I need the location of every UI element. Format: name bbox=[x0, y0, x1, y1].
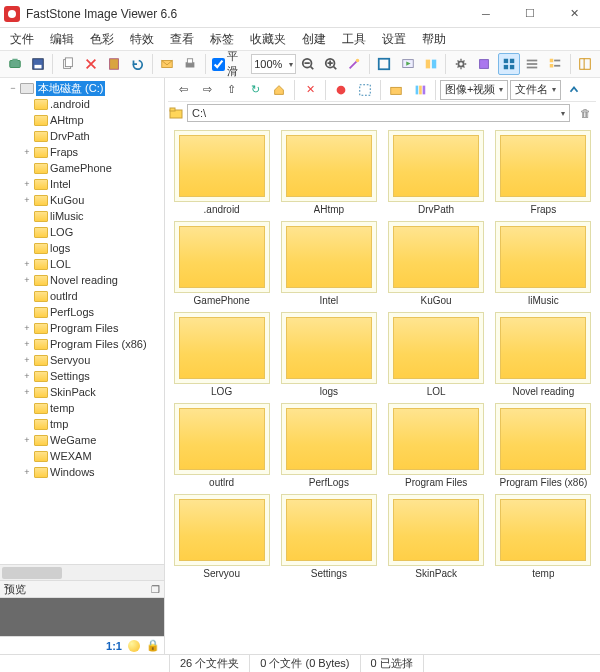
home-icon[interactable] bbox=[268, 79, 290, 101]
cut-icon[interactable] bbox=[80, 53, 101, 75]
tree-item[interactable]: +Program Files bbox=[2, 320, 162, 336]
wand-icon[interactable] bbox=[344, 53, 365, 75]
thumb-card[interactable]: Servyou bbox=[171, 494, 272, 579]
tree-item[interactable]: DrvPath bbox=[2, 128, 162, 144]
zoom-in-icon[interactable] bbox=[321, 53, 342, 75]
smooth-check[interactable] bbox=[212, 58, 225, 71]
thumb-card[interactable]: AHtmp bbox=[278, 130, 379, 215]
menu-8[interactable]: 工具 bbox=[336, 29, 372, 50]
zoom-out-icon[interactable] bbox=[298, 53, 319, 75]
tree-item[interactable]: LOG bbox=[2, 224, 162, 240]
tree-item[interactable]: +Servyou bbox=[2, 352, 162, 368]
menu-10[interactable]: 帮助 bbox=[416, 29, 452, 50]
refresh-icon[interactable]: ↻ bbox=[244, 79, 266, 101]
tree-item[interactable]: +Novel reading bbox=[2, 272, 162, 288]
smooth-checkbox[interactable]: 平滑 bbox=[210, 49, 250, 79]
thumb-card[interactable]: liMusic bbox=[493, 221, 594, 306]
thumb-card[interactable]: SkinPack bbox=[386, 494, 487, 579]
tree-item[interactable]: +KuGou bbox=[2, 192, 162, 208]
thumb-card[interactable]: KuGou bbox=[386, 221, 487, 306]
tree-item[interactable]: outlrd bbox=[2, 288, 162, 304]
menu-5[interactable]: 标签 bbox=[204, 29, 240, 50]
view-thumb-icon[interactable] bbox=[498, 53, 519, 75]
view-filter-select[interactable]: 图像+视频 ▾ bbox=[440, 80, 508, 100]
trash-icon[interactable]: 🗑 bbox=[574, 102, 596, 124]
menu-3[interactable]: 特效 bbox=[124, 29, 160, 50]
slideshow-icon[interactable] bbox=[397, 53, 418, 75]
layout-icon[interactable] bbox=[575, 53, 596, 75]
settings-icon[interactable] bbox=[450, 53, 471, 75]
nav-fwd-icon[interactable]: ⇨ bbox=[196, 79, 218, 101]
tree-item[interactable]: +Program Files (x86) bbox=[2, 336, 162, 352]
tree-item[interactable]: WEXAM bbox=[2, 448, 162, 464]
tree-item[interactable]: AHtmp bbox=[2, 112, 162, 128]
lock-icon[interactable]: 🔒 bbox=[146, 639, 160, 652]
tree-item[interactable]: PerfLogs bbox=[2, 304, 162, 320]
tag-red-icon[interactable] bbox=[330, 79, 352, 101]
tree-item[interactable]: +SkinPack bbox=[2, 384, 162, 400]
zoom-select[interactable]: 100% ▾ bbox=[251, 54, 295, 74]
print-icon[interactable] bbox=[180, 53, 201, 75]
tree-item[interactable]: liMusic bbox=[2, 208, 162, 224]
thumb-card[interactable]: temp bbox=[493, 494, 594, 579]
menu-0[interactable]: 文件 bbox=[4, 29, 40, 50]
address-field[interactable]: C:\ ▾ bbox=[187, 104, 570, 122]
tree-root[interactable]: − 本地磁盘 (C:) bbox=[2, 80, 162, 96]
compare-icon[interactable] bbox=[420, 53, 441, 75]
thumb-card[interactable]: LOL bbox=[386, 312, 487, 397]
thumb-card[interactable]: outlrd bbox=[171, 403, 272, 488]
acquire-icon[interactable] bbox=[4, 53, 25, 75]
sort-asc-icon[interactable] bbox=[563, 79, 585, 101]
skin-icon[interactable] bbox=[473, 53, 494, 75]
menu-4[interactable]: 查看 bbox=[164, 29, 200, 50]
close-button[interactable]: ✕ bbox=[552, 0, 596, 28]
fav-icon[interactable]: ✕ bbox=[299, 79, 321, 101]
folder-tree[interactable]: − 本地磁盘 (C:) .androidAHtmpDrvPath+FrapsGa… bbox=[0, 78, 164, 564]
menu-9[interactable]: 设置 bbox=[376, 29, 412, 50]
thumb-card[interactable]: Intel bbox=[278, 221, 379, 306]
copy-icon[interactable] bbox=[57, 53, 78, 75]
menu-7[interactable]: 创建 bbox=[296, 29, 332, 50]
tree-item[interactable]: GamePhone bbox=[2, 160, 162, 176]
menu-6[interactable]: 收藏夹 bbox=[244, 29, 292, 50]
thumb-card[interactable]: Program Files (x86) bbox=[493, 403, 594, 488]
paste-icon[interactable] bbox=[103, 53, 124, 75]
thumb-card[interactable]: logs bbox=[278, 312, 379, 397]
tree-item[interactable]: +WeGame bbox=[2, 432, 162, 448]
thumb-card[interactable]: Novel reading bbox=[493, 312, 594, 397]
menu-1[interactable]: 编辑 bbox=[44, 29, 80, 50]
zoom-ratio[interactable]: 1:1 bbox=[106, 640, 122, 652]
tree-h-scrollbar[interactable] bbox=[0, 564, 164, 580]
nav-back-icon[interactable]: ⇦ bbox=[172, 79, 194, 101]
tree-item[interactable]: +Settings bbox=[2, 368, 162, 384]
tree-item[interactable]: logs bbox=[2, 240, 162, 256]
fullscreen-icon[interactable] bbox=[374, 53, 395, 75]
color-picker-icon[interactable] bbox=[128, 640, 140, 652]
maximize-button[interactable]: ☐ bbox=[508, 0, 552, 28]
thumb-card[interactable]: GamePhone bbox=[171, 221, 272, 306]
tree-item[interactable]: +Intel bbox=[2, 176, 162, 192]
filter-icon[interactable] bbox=[409, 79, 431, 101]
email-icon[interactable] bbox=[157, 53, 178, 75]
select-all-icon[interactable] bbox=[354, 79, 376, 101]
tree-item[interactable]: +Fraps bbox=[2, 144, 162, 160]
thumb-card[interactable]: Settings bbox=[278, 494, 379, 579]
tree-item[interactable]: tmp bbox=[2, 416, 162, 432]
thumb-card[interactable]: .android bbox=[171, 130, 272, 215]
menu-2[interactable]: 色彩 bbox=[84, 29, 120, 50]
sort-select[interactable]: 文件名 ▾ bbox=[510, 80, 561, 100]
view-detail-icon[interactable] bbox=[545, 53, 566, 75]
preview-detach-icon[interactable]: ❐ bbox=[151, 584, 160, 595]
save-icon[interactable] bbox=[27, 53, 48, 75]
new-folder-icon[interactable] bbox=[385, 79, 407, 101]
tree-item[interactable]: +Windows bbox=[2, 464, 162, 480]
view-list-icon[interactable] bbox=[522, 53, 543, 75]
nav-up-icon[interactable]: ⇧ bbox=[220, 79, 242, 101]
thumb-card[interactable]: PerfLogs bbox=[278, 403, 379, 488]
thumb-card[interactable]: Program Files bbox=[386, 403, 487, 488]
undo-icon[interactable] bbox=[127, 53, 148, 75]
thumb-card[interactable]: LOG bbox=[171, 312, 272, 397]
tree-item[interactable]: +LOL bbox=[2, 256, 162, 272]
minimize-button[interactable]: ─ bbox=[464, 0, 508, 28]
tree-item[interactable]: .android bbox=[2, 96, 162, 112]
